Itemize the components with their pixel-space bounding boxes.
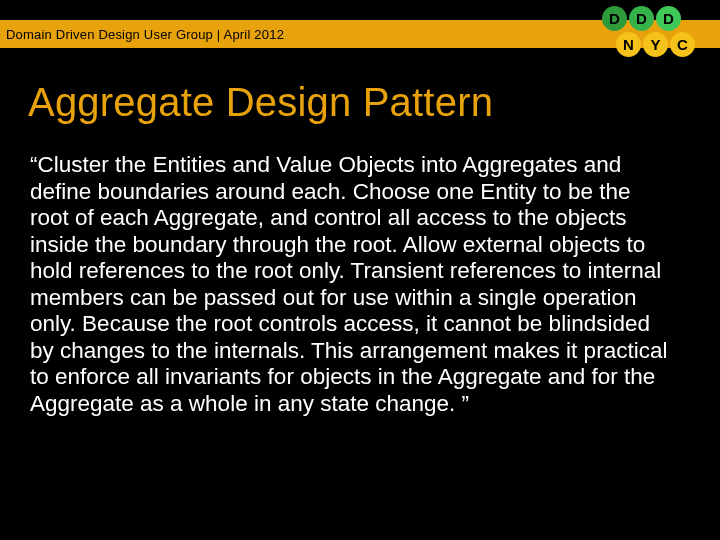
logo-circle-d3: D bbox=[656, 6, 681, 31]
logo-circle-n: N bbox=[616, 32, 641, 57]
logo-row-top: D D D bbox=[602, 6, 698, 31]
logo-circle-y: Y bbox=[643, 32, 668, 57]
logo-row-bottom: N Y C bbox=[616, 32, 698, 57]
logo-dddnyc: D D D N Y C bbox=[602, 6, 698, 60]
logo-circle-d2: D bbox=[629, 6, 654, 31]
slide-body-text: “Cluster the Entities and Value Objects … bbox=[30, 152, 668, 417]
header-text: Domain Driven Design User Group | April … bbox=[6, 27, 284, 42]
logo-circle-d1: D bbox=[602, 6, 627, 31]
slide-title: Aggregate Design Pattern bbox=[28, 80, 493, 125]
logo-circle-c: C bbox=[670, 32, 695, 57]
slide: Domain Driven Design User Group | April … bbox=[0, 0, 720, 540]
